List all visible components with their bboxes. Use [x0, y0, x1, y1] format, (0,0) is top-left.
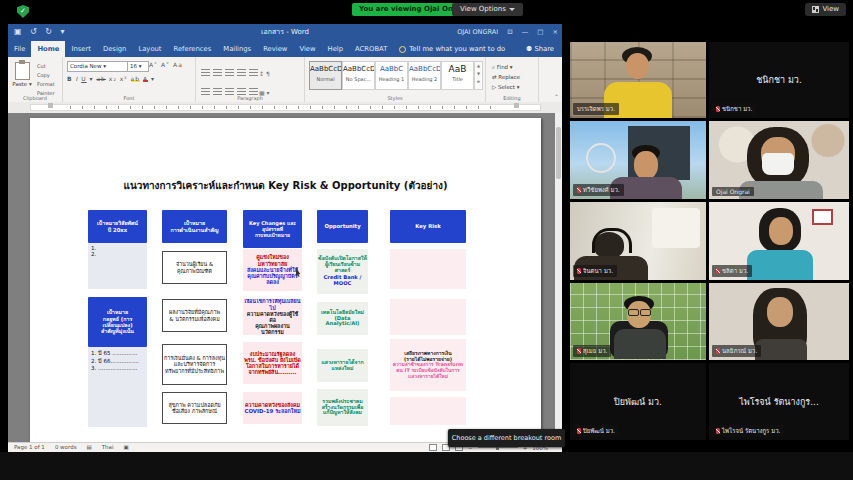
- ops-goal-box-1: จำนวนผู้เรียน & คุณภาพบัณฑิต: [162, 251, 227, 284]
- video-tile-speaker[interactable]: บรรเจิดพร มว.: [570, 42, 706, 118]
- avatar-shirt: [747, 250, 813, 280]
- maximize-button[interactable]: □: [537, 28, 543, 36]
- find-button[interactable]: ⌕ Find ▾: [492, 62, 520, 72]
- style-heading1[interactable]: AaBbCHeading 1: [375, 61, 408, 90]
- share-button[interactable]: ⚉ Share: [518, 41, 562, 57]
- zoom-slider[interactable]: [478, 447, 518, 448]
- ops-goal-box-4: สุขภาพ ความปลอดภัย ชื่อเสียง ภาพลักษณ์: [162, 392, 227, 424]
- video-tile[interactable]: ปิยพัฒน์ มว. ปิยพัฒน์ มว.: [570, 363, 706, 440]
- participant-name-label: บรรเจิดพร มว.: [573, 103, 619, 115]
- close-button[interactable]: ×: [553, 28, 558, 36]
- video-tile[interactable]: สุเมธ มว.: [570, 283, 706, 360]
- style-heading2[interactable]: AaBbCcDHeading 2: [408, 61, 441, 90]
- grow-shrink-font-buttons[interactable]: A˄ A˅ Aa: [149, 61, 183, 68]
- word-window: ▣ ↺ ↻ ▾ เอกสาร - Word OJAI ONGRAI ⊡ — □ …: [8, 24, 562, 452]
- gallery-view-button[interactable]: View: [805, 3, 846, 16]
- glasses-right: [640, 309, 651, 316]
- video-tile[interactable]: นลธิภรณ์ มว.: [709, 283, 849, 360]
- font-group-label[interactable]: Font: [63, 95, 195, 101]
- tab-help[interactable]: Help: [322, 41, 350, 57]
- language-indicator[interactable]: Thai: [102, 444, 114, 450]
- participant-center-name: ปิยพัฒน์ มว.: [570, 395, 706, 409]
- tab-acrobat[interactable]: ACROBAT: [349, 41, 393, 57]
- video-tile[interactable]: ทวีชัยพงศ์ มว.: [570, 121, 706, 199]
- word-title-bar: ▣ ↺ ↻ ▾ เอกสาร - Word OJAI ONGRAI ⊡ — □ …: [8, 24, 562, 41]
- muted-mic-icon: [716, 106, 720, 112]
- video-tile[interactable]: ชนิกชา มว. ชนิกชา มว.: [709, 42, 849, 118]
- collapse-ribbon-icon[interactable]: ⌃: [554, 93, 559, 100]
- paragraph-group-label[interactable]: Paragraph: [196, 95, 304, 101]
- editing-group-label[interactable]: Editing: [486, 95, 538, 101]
- editing-group: ⌕ Find ▾ ⇄ Replace ▷ Select ▾ Editing: [486, 57, 539, 102]
- participant-name-label: จินตนา มว.: [573, 265, 617, 277]
- muted-mic-icon: [716, 268, 720, 274]
- style-title[interactable]: AaBTitle: [441, 61, 474, 90]
- diagram-header-operations: เป้าหมาย การดำเนินงานสำคัญ: [162, 210, 227, 243]
- video-tile[interactable]: ไพโรจน์ รัตนางกูร... ไพโรจน์ รัตนางกูร ม…: [709, 363, 849, 440]
- tab-view[interactable]: View: [293, 41, 321, 57]
- font-format-buttons[interactable]: B I U ▾ ab x₂ x² ab A ▾: [67, 75, 155, 82]
- bright-window-backdrop: [652, 208, 700, 248]
- participant-name-label: ชลิตา มว.: [712, 265, 752, 277]
- tab-home[interactable]: Home: [31, 41, 65, 57]
- vision-list: 1. 2.: [88, 243, 147, 289]
- avatar-shirt: [614, 329, 666, 359]
- avatar-shirt: [755, 339, 807, 360]
- view-options-dropdown[interactable]: View Options: [452, 3, 523, 16]
- replace-button[interactable]: ⇄ Replace: [492, 72, 520, 82]
- paragraph-group: ↕ ¶ ▦ ▾ Paragraph: [196, 57, 305, 102]
- zoom-toolbar: Unmute ^ Start Video ^ 10 Participants C…: [0, 452, 853, 480]
- font-name-combobox[interactable]: Cordia New ▾: [67, 61, 129, 72]
- right-indent-marker[interactable]: [514, 103, 519, 108]
- copy-button[interactable]: Copy: [37, 71, 62, 80]
- page-count[interactable]: Page 1 of 1: [14, 444, 45, 450]
- ribbon-display-icon[interactable]: ⊡: [507, 28, 512, 36]
- paste-icon[interactable]: [15, 62, 30, 80]
- participant-center-name: ชนิกชา มว.: [709, 73, 849, 87]
- tab-review[interactable]: Review: [257, 41, 293, 57]
- tell-me-label: Tell me what you want to do: [409, 45, 505, 53]
- indent-marker[interactable]: [48, 103, 53, 108]
- chevron-down-icon: [509, 8, 515, 11]
- document-scrollbar[interactable]: [555, 113, 562, 443]
- opportunity-box-3: แสวงหารายได้จาก แหล่งใหม่: [317, 349, 368, 382]
- minimize-button[interactable]: —: [522, 28, 529, 36]
- diagram-header-vision: เป้าหมายวิสัยทัศน์ ปี 20xx: [88, 210, 147, 243]
- scrollbar-thumb[interactable]: [556, 127, 561, 179]
- style-no-spacing[interactable]: AaBbCcDNo Spac...: [342, 61, 375, 90]
- word-count[interactable]: 0 words: [55, 444, 77, 450]
- focus-icon[interactable]: ▣: [123, 444, 128, 450]
- list-indent-buttons[interactable]: ↕ ¶: [199, 61, 299, 80]
- tab-mailings[interactable]: Mailings: [217, 41, 257, 57]
- tab-design[interactable]: Design: [97, 41, 132, 57]
- tab-file[interactable]: File: [8, 41, 31, 57]
- view-options-label: View Options: [460, 5, 506, 13]
- proofing-icon[interactable]: ▤: [87, 444, 92, 450]
- font-size-combobox[interactable]: 16 ▾: [127, 61, 149, 72]
- participants-panel: View บรรเจิดพร มว. ชนิกชา มว. ชนิกชา มว.: [567, 0, 853, 452]
- video-tile[interactable]: ชลิตา มว.: [709, 202, 849, 280]
- styles-scroll-buttons[interactable]: ▲▼≡: [474, 61, 483, 90]
- participant-name-label: ทวีชัยพงศ์ มว.: [573, 184, 624, 196]
- participant-name-label: ชนิกชา มว.: [712, 103, 756, 115]
- horizontal-ruler[interactable]: [8, 102, 562, 113]
- paste-button[interactable]: Paste ▾: [8, 81, 36, 87]
- clipboard-group-label[interactable]: Clipboard: [8, 95, 62, 101]
- avatar-face: [767, 297, 793, 327]
- tab-insert[interactable]: Insert: [65, 41, 97, 57]
- cut-button[interactable]: Cut: [37, 62, 62, 71]
- select-button[interactable]: ▷ Select ▾: [492, 82, 520, 92]
- diagram-header-opportunity: Opportunity: [317, 210, 368, 243]
- tell-me-box[interactable]: Tell me what you want to do: [393, 41, 511, 57]
- style-normal[interactable]: AaBbCcDNormal: [309, 61, 342, 90]
- document-page[interactable]: แนวทางการวิเคราะห์และกำหนด Key Risk & Op…: [30, 118, 541, 443]
- word-ribbon: Paste ▾ Cut Copy Format Painter Clipboar…: [8, 57, 562, 103]
- styles-group-label[interactable]: Styles: [305, 95, 485, 101]
- tab-references[interactable]: References: [168, 41, 218, 57]
- video-tile[interactable]: Ojai Ongrai: [709, 121, 849, 199]
- read-mode-icon[interactable]: [429, 444, 437, 451]
- tab-layout[interactable]: Layout: [132, 41, 167, 57]
- video-tile[interactable]: จินตนา มว.: [570, 202, 706, 280]
- muted-mic-icon: [716, 348, 720, 354]
- security-shield-icon[interactable]: ✓: [17, 5, 29, 18]
